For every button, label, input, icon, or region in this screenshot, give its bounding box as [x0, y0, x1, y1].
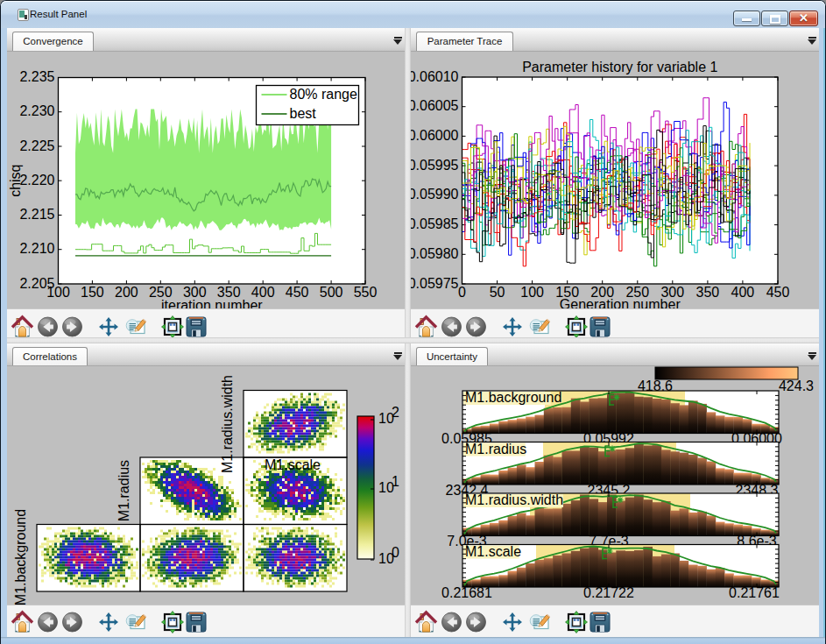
svg-text:Generation number: Generation number — [560, 297, 681, 308]
svg-text:1: 1 — [392, 474, 399, 489]
svg-text:450: 450 — [286, 285, 309, 300]
svg-text:2.215: 2.215 — [19, 207, 54, 222]
svg-text:M1.radius.width: M1.radius.width — [220, 375, 235, 473]
svg-text:500: 500 — [320, 285, 343, 300]
svg-text:M1.radius: M1.radius — [116, 460, 131, 521]
svg-text:100: 100 — [520, 285, 544, 300]
svg-text:0.06005: 0.06005 — [411, 98, 459, 113]
svg-text:550: 550 — [354, 285, 378, 300]
svg-text:2.220: 2.220 — [19, 173, 54, 188]
svg-text:0.05990: 0.05990 — [411, 187, 459, 202]
svg-text:0.06010: 0.06010 — [411, 69, 459, 84]
svg-text:M1.radius.width: M1.radius.width — [465, 492, 563, 507]
svg-text:2.225: 2.225 — [19, 138, 54, 153]
svg-text:iteration number: iteration number — [161, 298, 263, 308]
svg-text:0.21681: 0.21681 — [441, 585, 492, 600]
svg-text:400: 400 — [731, 285, 755, 300]
svg-text:0: 0 — [392, 545, 399, 560]
svg-text:0.05995: 0.05995 — [411, 158, 459, 173]
svg-text:150: 150 — [81, 285, 104, 300]
svg-text:best: best — [290, 106, 317, 121]
svg-text:2.210: 2.210 — [19, 241, 54, 256]
svg-text:350: 350 — [696, 285, 720, 300]
svg-text:0.21761: 0.21761 — [729, 585, 780, 600]
svg-text:Parameter history for variable: Parameter history for variable 1 — [522, 60, 717, 74]
svg-text:0.05980: 0.05980 — [411, 246, 459, 261]
svg-text:50: 50 — [490, 285, 505, 300]
svg-text:450: 450 — [766, 285, 790, 300]
svg-text:2.230: 2.230 — [19, 103, 54, 118]
svg-text:0: 0 — [458, 285, 466, 300]
svg-text:0.05975: 0.05975 — [411, 276, 459, 291]
svg-text:2: 2 — [392, 405, 399, 420]
svg-text:0.05985: 0.05985 — [411, 216, 459, 231]
svg-text:chisq: chisq — [8, 165, 23, 197]
svg-text:M1.scale: M1.scale — [465, 544, 521, 559]
svg-text:424.3: 424.3 — [779, 379, 814, 393]
svg-text:M1.scale: M1.scale — [265, 457, 321, 472]
svg-text:M1.background: M1.background — [465, 390, 561, 405]
svg-text:M1.background: M1.background — [13, 509, 28, 605]
svg-text:80% range: 80% range — [290, 87, 357, 102]
svg-text:0.06000: 0.06000 — [411, 128, 459, 143]
svg-text:M1.radius: M1.radius — [465, 442, 526, 456]
svg-text:0.21722: 0.21722 — [583, 585, 634, 600]
svg-text:2.235: 2.235 — [19, 69, 54, 84]
svg-text:2.205: 2.205 — [19, 276, 54, 291]
svg-text:200: 200 — [115, 285, 138, 300]
